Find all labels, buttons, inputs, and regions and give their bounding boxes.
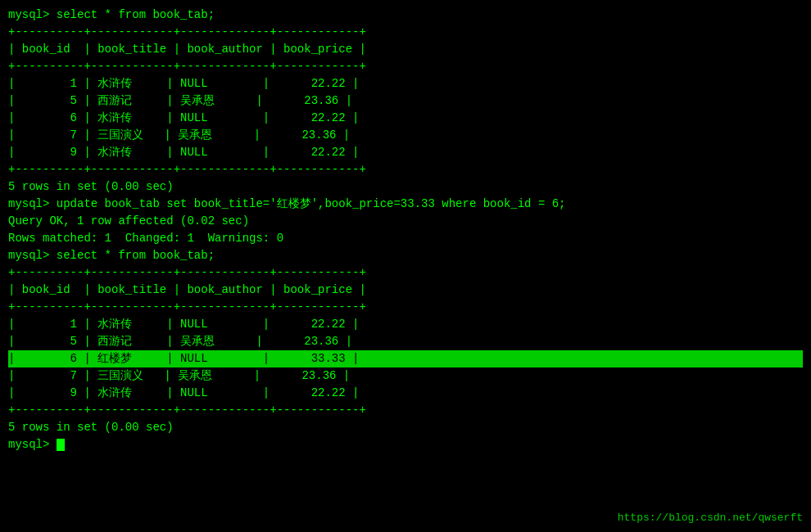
terminal-line-cmd3: mysql> select * from book_tab; [8,247,803,264]
terminal-line-cmd1: mysql> select * from book_tab; [8,7,803,24]
terminal-line-r9: | 7 | 三国演义 | 吴承恩 | 23.36 | [8,367,803,385]
terminal-line-sep5: +----------+------------+-------------+-… [8,299,803,316]
terminal-line-sep2: +----------+------------+-------------+-… [8,58,803,75]
terminal-line-r2: | 5 | 西游记 | 吴承恩 | 23.36 | [8,92,803,110]
terminal-line-res2: Query OK, 1 row affected (0.02 sec) [8,213,803,230]
terminal-line-res1: 5 rows in set (0.00 sec) [8,178,803,196]
terminal-line-hdr2: | book_id | book_title | book_author | b… [8,282,803,299]
terminal-line-res3: Rows matched: 1 Changed: 1 Warnings: 0 [8,230,803,247]
terminal-line-r5: | 9 | 水浒传 | NULL | 22.22 | [8,144,803,161]
terminal-line-sep3: +----------+------------+-------------+-… [8,161,803,178]
terminal-line-r4: | 7 | 三国演义 | 吴承恩 | 23.36 | [8,127,803,144]
terminal-line-r6: | 1 | 水浒传 | NULL | 22.22 | [8,316,803,333]
terminal-line-cmd4: mysql> [8,436,803,453]
watermark: https://blog.csdn.net/qwserft [618,512,803,524]
terminal-line-cmd2: mysql> update book_tab set book_title='红… [8,196,803,213]
terminal-line-r1: | 1 | 水浒传 | NULL | 22.22 | [8,75,803,92]
terminal-line-r10: | 9 | 水浒传 | NULL | 22.22 | [8,385,803,402]
terminal-line-r7: | 5 | 西游记 | 吴承恩 | 23.36 | [8,333,803,350]
terminal-line-r8: | 6 | 红楼梦 | NULL | 33.33 | [8,350,803,367]
terminal-line-sep6: +----------+------------+-------------+-… [8,402,803,419]
terminal-line-sep4: +----------+------------+-------------+-… [8,264,803,282]
terminal-line-sep1: +----------+------------+-------------+-… [8,24,803,41]
terminal-line-r3: | 6 | 水浒传 | NULL | 22.22 | [8,110,803,127]
terminal-line-hdr1: | book_id | book_title | book_author | b… [8,41,803,58]
terminal-line-res4: 5 rows in set (0.00 sec) [8,419,803,436]
terminal-cursor [57,439,65,451]
terminal-container: mysql> select * from book_tab;+---------… [8,7,803,453]
